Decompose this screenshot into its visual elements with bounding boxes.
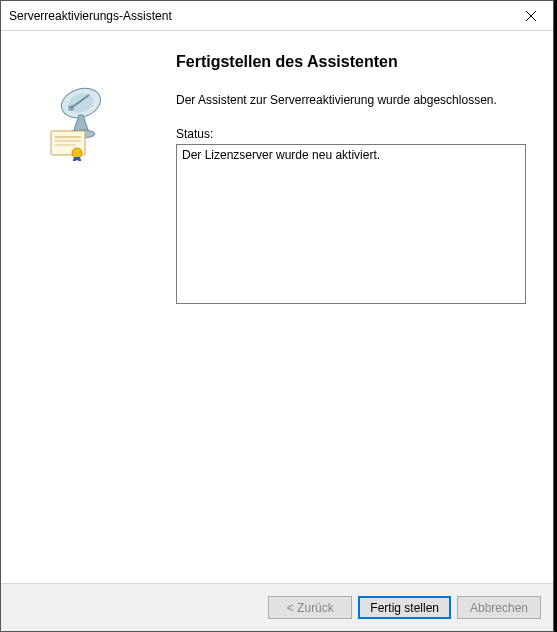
close-button[interactable]: [508, 1, 553, 30]
window-title: Serverreaktivierungs-Assistent: [9, 9, 508, 23]
wizard-main: Fertigstellen des Assistenten Der Assist…: [166, 31, 553, 583]
page-description: Der Assistent zur Serverreaktivierung wu…: [176, 93, 531, 107]
wizard-sidebar: [1, 31, 166, 583]
titlebar: Serverreaktivierungs-Assistent: [1, 1, 553, 31]
wizard-body: Fertigstellen des Assistenten Der Assist…: [1, 31, 553, 583]
wizard-graphic-icon: [49, 81, 119, 161]
wizard-footer: < Zurück Fertig stellen Abbrechen: [1, 583, 553, 631]
status-box: Der Lizenzserver wurde neu aktiviert.: [176, 144, 526, 304]
finish-button[interactable]: Fertig stellen: [358, 596, 451, 619]
back-button: < Zurück: [268, 596, 352, 619]
close-icon: [526, 11, 536, 21]
status-label: Status:: [176, 127, 531, 141]
cancel-button: Abbrechen: [457, 596, 541, 619]
page-heading: Fertigstellen des Assistenten: [176, 53, 531, 71]
status-text: Der Lizenzserver wurde neu aktiviert.: [182, 148, 380, 162]
svg-point-11: [72, 148, 82, 158]
wizard-window: Serverreaktivierungs-Assistent: [0, 0, 554, 632]
